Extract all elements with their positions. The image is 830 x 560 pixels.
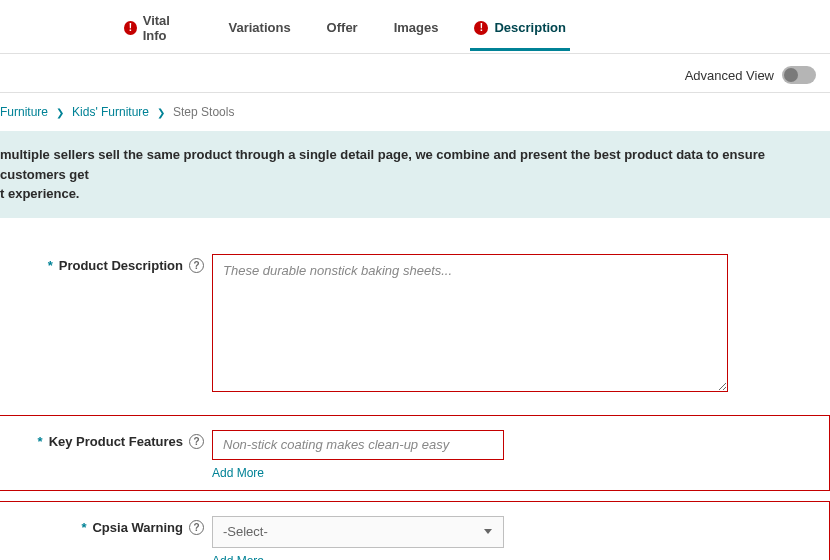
field-control: Add More bbox=[212, 430, 815, 480]
field-product-description: * Product Description ? bbox=[0, 248, 830, 401]
breadcrumb: Furniture ❯ Kids' Furniture ❯ Step Stool… bbox=[0, 92, 830, 131]
required-mark: * bbox=[48, 258, 53, 273]
field-label: Key Product Features bbox=[49, 434, 183, 449]
advanced-view-row: Advanced View bbox=[0, 54, 830, 92]
add-more-link[interactable]: Add More bbox=[212, 554, 264, 561]
info-banner-line: multiple sellers sell the same product t… bbox=[0, 145, 822, 184]
chevron-right-icon: ❯ bbox=[56, 107, 64, 118]
description-form: * Product Description ? * Key Product Fe… bbox=[0, 248, 830, 561]
alert-icon: ! bbox=[474, 21, 488, 35]
tab-description[interactable]: ! Description bbox=[470, 2, 570, 51]
tab-label: Variations bbox=[228, 20, 290, 35]
info-banner: multiple sellers sell the same product t… bbox=[0, 131, 830, 218]
required-mark: * bbox=[38, 434, 43, 449]
breadcrumb-link[interactable]: Kids' Furniture bbox=[72, 105, 149, 119]
field-cpsia-warning: * Cpsia Warning ? -Select- Add More bbox=[0, 501, 830, 561]
cpsia-warning-select[interactable]: -Select- bbox=[212, 516, 504, 548]
tab-label: Vital Info bbox=[143, 13, 193, 43]
advanced-view-label: Advanced View bbox=[685, 68, 774, 83]
field-label-cell: * Product Description ? bbox=[0, 254, 212, 273]
add-more-link[interactable]: Add More bbox=[212, 466, 264, 480]
tab-images[interactable]: Images bbox=[390, 2, 443, 51]
tab-label: Description bbox=[494, 20, 566, 35]
info-banner-line: t experience. bbox=[0, 184, 822, 204]
field-key-features: * Key Product Features ? Add More bbox=[0, 415, 830, 491]
required-mark: * bbox=[81, 520, 86, 535]
select-wrapper: -Select- bbox=[212, 516, 504, 548]
field-control bbox=[212, 254, 830, 395]
field-label-cell: * Cpsia Warning ? bbox=[0, 516, 212, 535]
help-icon[interactable]: ? bbox=[189, 258, 204, 273]
tab-vital-info[interactable]: ! Vital Info bbox=[120, 0, 196, 59]
tab-label: Offer bbox=[327, 20, 358, 35]
chevron-right-icon: ❯ bbox=[157, 107, 165, 118]
tab-offer[interactable]: Offer bbox=[323, 2, 362, 51]
tab-bar: ! Vital Info Variations Offer Images ! D… bbox=[0, 0, 830, 54]
product-description-input[interactable] bbox=[212, 254, 728, 392]
field-control: -Select- Add More bbox=[212, 516, 815, 561]
help-icon[interactable]: ? bbox=[189, 520, 204, 535]
tab-variations[interactable]: Variations bbox=[224, 2, 294, 51]
help-icon[interactable]: ? bbox=[189, 434, 204, 449]
key-feature-input[interactable] bbox=[212, 430, 504, 460]
advanced-view-toggle[interactable] bbox=[782, 66, 816, 84]
alert-icon: ! bbox=[124, 21, 137, 35]
field-label-cell: * Key Product Features ? bbox=[0, 430, 212, 449]
tab-label: Images bbox=[394, 20, 439, 35]
breadcrumb-link[interactable]: Furniture bbox=[0, 105, 48, 119]
breadcrumb-current: Step Stools bbox=[173, 105, 234, 119]
field-label: Cpsia Warning bbox=[92, 520, 183, 535]
field-label: Product Description bbox=[59, 258, 183, 273]
